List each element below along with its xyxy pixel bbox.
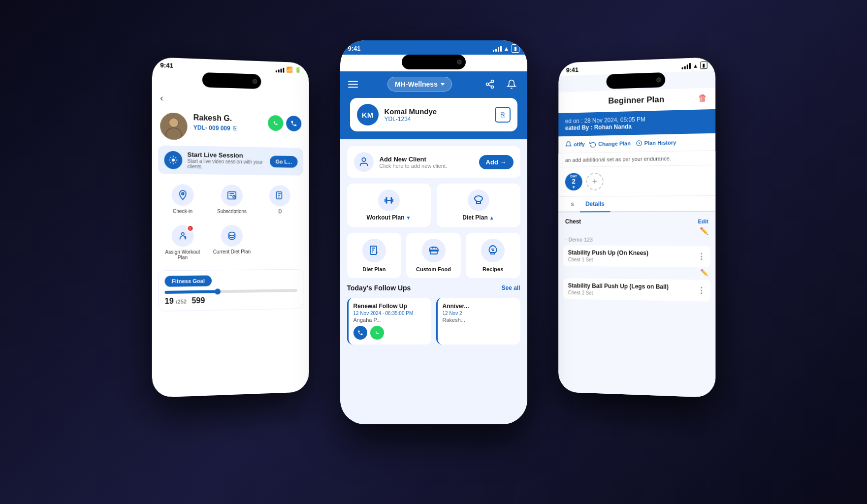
avatar-svg (160, 112, 187, 140)
hamburger-button[interactable] (348, 81, 358, 88)
add-client-title: Add New Client (380, 156, 473, 163)
center-header-top: MH-Wellness (348, 76, 519, 92)
add-client-text: Add New Client Click here to add new cli… (380, 156, 473, 169)
edit-section-button[interactable]: Edit (698, 219, 708, 224)
progress-thumb (214, 288, 220, 294)
battery-icon: 🔋 (294, 67, 301, 73)
diet-plan-card[interactable]: Diet Plan ▲ (437, 184, 520, 227)
assign-workout-label: Assign Workout Plan (160, 249, 205, 260)
left-status-icons: 📶 🔋 (275, 66, 301, 73)
svg-point-11 (228, 232, 235, 236)
exercise-meta-0: Chest 1 Set (568, 257, 648, 263)
fitness-goal-button[interactable]: Fitness Goal (164, 275, 211, 286)
stat-1: 19 /252 (164, 296, 187, 306)
brand-chevron (441, 83, 445, 86)
wifi-icon-right: ▲ (693, 63, 698, 69)
grid-item-assign-workout[interactable]: ! Assign Workout Plan (158, 220, 207, 265)
wifi-icon: 📶 (286, 66, 293, 73)
checkin-label: Check-in (172, 209, 192, 214)
followup-date-1: 12 Nov 2 (443, 311, 515, 316)
see-all-button[interactable]: See all (501, 284, 520, 291)
delete-plan-button[interactable]: 🗑 (698, 93, 707, 104)
whatsapp-button-0[interactable] (370, 326, 384, 340)
day-2-button[interactable]: DAY 2 ▼ (565, 173, 582, 190)
exercise-menu-1[interactable]: ⋮ (697, 286, 705, 296)
grid-item-diet-plan[interactable]: Current Diet Plan (208, 220, 256, 265)
wifi-icon-center: ▲ (504, 45, 510, 52)
share-button[interactable] (482, 76, 498, 92)
client-card[interactable]: KM Komal Mundye YDL-1234 ⎘ (350, 98, 517, 131)
client-id: YDL-1234 (385, 116, 489, 123)
client-copy-button[interactable]: ⎘ (495, 107, 511, 123)
battery-icon-right: ▮ (700, 62, 707, 69)
signal-icon (275, 66, 284, 72)
go-live-button[interactable]: Go L... (269, 156, 297, 168)
center-camera-dot (457, 60, 462, 64)
followup-person-0: Angaha P... (353, 317, 426, 323)
recipes-card[interactable]: Recipes (466, 233, 520, 278)
edit-pencil-icon[interactable]: ✏️ (700, 227, 708, 235)
recipes-icon (481, 239, 505, 262)
add-day-button[interactable]: + (586, 173, 603, 190)
svg-point-8 (232, 195, 235, 198)
camera-dot (252, 79, 257, 84)
phone-call-button[interactable] (286, 116, 301, 131)
profile-id-row: YDL- 009 009 ⎘ (193, 124, 237, 132)
custom-food-card[interactable]: Custom Food (406, 233, 461, 278)
back-button[interactable]: ‹ (160, 93, 163, 104)
diet-plan-sub-icon (362, 239, 386, 262)
diet-plan-label: Current Diet Plan (213, 249, 250, 254)
plan-banner: ed on : 28 Nov 2024, 05:05 PM eated By :… (558, 109, 715, 136)
tab-unnamed[interactable]: s (565, 197, 579, 213)
grid-item-checkin[interactable]: Check-in (158, 179, 207, 219)
right-camera-dot (656, 77, 661, 82)
exercise-meta-1: Chest 2 Set (568, 290, 668, 297)
center-status-icons: ▲ ▮ (493, 44, 519, 53)
change-plan-button[interactable]: Change Plan (589, 140, 630, 147)
brand-selector[interactable]: MH-Wellness (387, 77, 452, 92)
exercise-edit-icon-0[interactable]: ✏️ (700, 269, 708, 276)
notification-button[interactable] (504, 76, 519, 92)
diet-plan-sub-card[interactable]: Diet Plan (347, 233, 402, 278)
exercise-menu-0[interactable]: ⋮ (697, 252, 705, 261)
workout-plan-card[interactable]: Workout Plan ▼ (347, 184, 431, 227)
plan-actions-row: otify Change Plan Plan History (558, 133, 715, 154)
center-header: MH-Wellness (340, 71, 527, 139)
recipes-label: Recipes (482, 266, 503, 272)
add-client-button[interactable]: Add → (479, 155, 514, 169)
sub-icons-row: Diet Plan Custom Food (347, 233, 520, 278)
plan-note: an add additional set as per your endura… (558, 151, 715, 167)
svg-point-14 (491, 86, 493, 88)
exercise-list: Chest Edit ✏️ ⋅ Demo 123 Stability Push … (558, 212, 715, 398)
followup-item-1: Anniver... 12 Nov 2 Rakesh... (436, 298, 520, 345)
stats-row: 19 /252 599 (164, 295, 297, 306)
custom-food-icon (422, 239, 446, 262)
brand-name: MH-Wellness (395, 80, 438, 88)
client-info: Komal Mundye YDL-1234 (385, 107, 489, 123)
stat-2: 599 (192, 296, 205, 306)
plan-title: Beginner Plan (608, 94, 664, 106)
profile-id: YDL- 009 009 (193, 124, 230, 132)
client-name: Komal Mundye (385, 107, 489, 116)
whatsapp-button[interactable] (268, 115, 283, 131)
header-actions (482, 76, 519, 92)
progress-fill (164, 290, 219, 294)
plan-history-button[interactable]: Plan History (635, 139, 676, 147)
diet-plan-icon (221, 225, 243, 247)
followup-type-1: Anniver... (443, 303, 515, 310)
profile-avatar (160, 112, 187, 140)
exercise-name-1: Stability Ball Push Up (Legs on Ball) (568, 282, 668, 290)
custom-food-label: Custom Food (416, 266, 451, 272)
svg-line-16 (488, 82, 491, 83)
tab-details[interactable]: Details (579, 196, 610, 212)
copy-icon[interactable]: ⎘ (233, 125, 237, 132)
grid-item-subscriptions[interactable]: Subscriptions (208, 179, 256, 219)
svg-line-15 (488, 85, 491, 86)
diet-plan-sub-label: Diet Plan (362, 266, 385, 272)
diet-plan-icon (468, 189, 489, 211)
right-status-icons: ▲ ▮ (681, 62, 707, 70)
notify-button[interactable]: otify (565, 141, 584, 148)
call-button-0[interactable] (353, 326, 367, 340)
exercise-tabs: s Details (558, 196, 715, 213)
grid-item-d[interactable]: D (257, 180, 303, 220)
